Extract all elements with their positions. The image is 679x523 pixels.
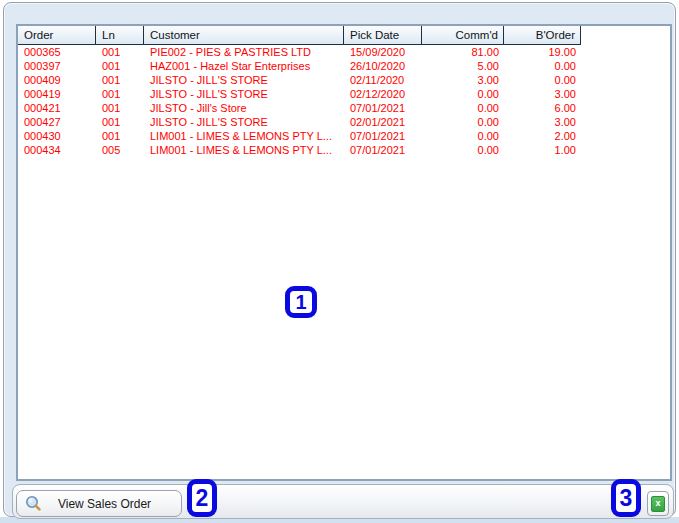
cell-commd: 5.00 bbox=[422, 59, 504, 73]
cell-commd: 3.00 bbox=[422, 73, 504, 87]
cell-ln: 001 bbox=[96, 87, 144, 101]
cell-border: 1.00 bbox=[504, 143, 581, 157]
table-row[interactable]: 000397001HAZ001 - Hazel Star Enterprises… bbox=[18, 59, 670, 73]
table-row[interactable]: 000421001JILSTO - Jill's Store07/01/2021… bbox=[18, 101, 670, 115]
annotation-marker-1-label: 1 bbox=[295, 291, 306, 314]
column-header-customer[interactable]: Customer bbox=[144, 26, 344, 45]
annotation-marker-2-label: 2 bbox=[196, 485, 209, 512]
cell-ln: 001 bbox=[96, 101, 144, 115]
cell-pickdate: 07/01/2021 bbox=[344, 129, 422, 143]
view-sales-order-label: View Sales Order bbox=[42, 497, 181, 511]
cell-border: 3.00 bbox=[504, 87, 581, 101]
cell-border: 6.00 bbox=[504, 101, 581, 115]
cell-border: 19.00 bbox=[504, 45, 581, 59]
cell-pickdate: 02/11/2020 bbox=[344, 73, 422, 87]
excel-export-icon: x bbox=[651, 496, 665, 512]
column-header-pickdate[interactable]: Pick Date bbox=[344, 26, 422, 45]
annotation-marker-2: 2 bbox=[187, 479, 217, 517]
table-row[interactable]: 000419001JILSTO - JILL'S STORE02/12/2020… bbox=[18, 87, 670, 101]
cell-order: 000419 bbox=[18, 87, 96, 101]
column-header-order[interactable]: Order bbox=[18, 26, 96, 45]
cell-pickdate: 02/01/2021 bbox=[344, 115, 422, 129]
cell-border: 2.00 bbox=[504, 129, 581, 143]
cell-customer: LIM001 - LIMES & LEMONS PTY L... bbox=[144, 143, 344, 157]
table-row[interactable]: 000427001JILSTO - JILL'S STORE02/01/2021… bbox=[18, 115, 670, 129]
cell-customer: LIM001 - LIMES & LEMONS PTY L... bbox=[144, 129, 344, 143]
cell-order: 000365 bbox=[18, 45, 96, 59]
cell-border: 0.00 bbox=[504, 73, 581, 87]
cell-commd: 0.00 bbox=[422, 101, 504, 115]
table-row[interactable]: 000409001JILSTO - JILL'S STORE02/11/2020… bbox=[18, 73, 670, 87]
annotation-marker-1: 1 bbox=[285, 286, 317, 318]
bottom-toolbar: View Sales Order x bbox=[12, 484, 674, 519]
view-sales-order-button[interactable]: View Sales Order bbox=[16, 490, 182, 517]
cell-order: 000427 bbox=[18, 115, 96, 129]
column-header-ln[interactable]: Ln bbox=[96, 26, 144, 45]
cell-order: 000409 bbox=[18, 73, 96, 87]
orders-window: OrderLnCustomerPick DateComm'dB'Order 00… bbox=[3, 2, 676, 517]
column-header-filler bbox=[581, 26, 670, 45]
cell-commd: 0.00 bbox=[422, 115, 504, 129]
annotation-marker-3: 3 bbox=[611, 479, 641, 517]
cell-pickdate: 26/10/2020 bbox=[344, 59, 422, 73]
cell-commd: 0.00 bbox=[422, 129, 504, 143]
cell-ln: 001 bbox=[96, 73, 144, 87]
column-header-commd[interactable]: Comm'd bbox=[422, 26, 504, 45]
cell-pickdate: 02/12/2020 bbox=[344, 87, 422, 101]
cell-order: 000397 bbox=[18, 59, 96, 73]
cell-border: 0.00 bbox=[504, 59, 581, 73]
table-row[interactable]: 000365001PIE002 - PIES & PASTRIES LTD15/… bbox=[18, 45, 670, 59]
cell-commd: 0.00 bbox=[422, 87, 504, 101]
cell-customer: JILSTO - Jill's Store bbox=[144, 101, 344, 115]
cell-ln: 001 bbox=[96, 45, 144, 59]
cell-order: 000434 bbox=[18, 143, 96, 157]
cell-pickdate: 07/01/2021 bbox=[344, 143, 422, 157]
table-body: 000365001PIE002 - PIES & PASTRIES LTD15/… bbox=[18, 45, 670, 479]
sales-orders-table-panel: OrderLnCustomerPick DateComm'dB'Order 00… bbox=[16, 24, 672, 481]
cell-pickdate: 15/09/2020 bbox=[344, 45, 422, 59]
cell-ln: 005 bbox=[96, 143, 144, 157]
annotation-marker-3-label: 3 bbox=[620, 485, 633, 512]
table-row[interactable]: 000430001LIM001 - LIMES & LEMONS PTY L..… bbox=[18, 129, 670, 143]
table-header: OrderLnCustomerPick DateComm'dB'Order bbox=[18, 26, 670, 45]
cell-customer: PIE002 - PIES & PASTRIES LTD bbox=[144, 45, 344, 59]
cell-order: 000421 bbox=[18, 101, 96, 115]
cell-customer: HAZ001 - Hazel Star Enterprises bbox=[144, 59, 344, 73]
cell-ln: 001 bbox=[96, 59, 144, 73]
cell-commd: 81.00 bbox=[422, 45, 504, 59]
cell-commd: 0.00 bbox=[422, 143, 504, 157]
cell-customer: JILSTO - JILL'S STORE bbox=[144, 87, 344, 101]
cell-pickdate: 07/01/2021 bbox=[344, 101, 422, 115]
magnifier-icon bbox=[25, 495, 42, 512]
column-header-border[interactable]: B'Order bbox=[504, 26, 581, 45]
cell-order: 000430 bbox=[18, 129, 96, 143]
cell-customer: JILSTO - JILL'S STORE bbox=[144, 115, 344, 129]
cell-ln: 001 bbox=[96, 115, 144, 129]
cell-ln: 001 bbox=[96, 129, 144, 143]
cell-customer: JILSTO - JILL'S STORE bbox=[144, 73, 344, 87]
cell-border: 3.00 bbox=[504, 115, 581, 129]
export-to-excel-button[interactable]: x bbox=[647, 491, 669, 516]
table-row[interactable]: 000434005LIM001 - LIMES & LEMONS PTY L..… bbox=[18, 143, 670, 157]
